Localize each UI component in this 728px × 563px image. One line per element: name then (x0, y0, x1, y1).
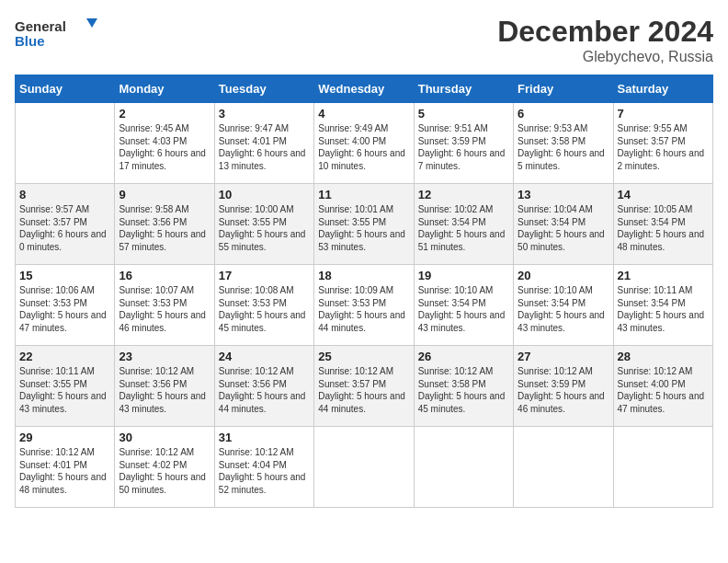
day-number: 18 (318, 269, 409, 282)
day-cell (314, 427, 414, 508)
day-number: 16 (119, 269, 210, 282)
sunrise-text: Sunrise: 9:47 AMSunset: 4:01 PMDaylight:… (219, 123, 306, 171)
day-cell: 6 Sunrise: 9:53 AMSunset: 3:58 PMDayligh… (514, 103, 613, 184)
title-block: December 2024 Glebychevo, Russia (497, 15, 713, 65)
day-cell: 16 Sunrise: 10:07 AMSunset: 3:53 PMDayli… (115, 265, 214, 346)
day-number: 30 (119, 431, 210, 444)
day-cell (613, 427, 712, 508)
svg-text:Blue: Blue (15, 33, 45, 49)
day-cell: 8 Sunrise: 9:57 AMSunset: 3:57 PMDayligh… (16, 184, 115, 265)
day-number: 23 (119, 350, 210, 363)
sunrise-text: Sunrise: 10:10 AMSunset: 3:54 PMDaylight… (418, 285, 506, 333)
day-number: 7 (618, 107, 709, 121)
day-number: 21 (618, 269, 709, 282)
day-cell: 31 Sunrise: 10:12 AMSunset: 4:04 PMDayli… (214, 427, 313, 508)
week-row-5: 29 Sunrise: 10:12 AMSunset: 4:01 PMDayli… (16, 427, 713, 508)
sunrise-text: Sunrise: 10:06 AMSunset: 3:53 PMDaylight… (19, 285, 107, 333)
sunrise-text: Sunrise: 10:12 AMSunset: 4:04 PMDaylight… (219, 447, 306, 495)
sunrise-text: Sunrise: 9:55 AMSunset: 3:57 PMDaylight:… (618, 123, 705, 171)
dow-header-saturday: Saturday (613, 75, 712, 103)
day-number: 4 (318, 107, 409, 121)
sunrise-text: Sunrise: 10:12 AMSunset: 3:57 PMDaylight… (318, 366, 405, 414)
day-cell: 9 Sunrise: 9:58 AMSunset: 3:56 PMDayligh… (115, 184, 214, 265)
sunrise-text: Sunrise: 10:10 AMSunset: 3:54 PMDaylight… (518, 285, 605, 333)
logo-svg: General Blue (15, 15, 97, 52)
day-cell: 10 Sunrise: 10:00 AMSunset: 3:55 PMDayli… (214, 184, 313, 265)
sunrise-text: Sunrise: 10:05 AMSunset: 3:54 PMDaylight… (618, 204, 705, 252)
day-number: 20 (518, 269, 609, 282)
sunrise-text: Sunrise: 10:12 AMSunset: 3:59 PMDaylight… (518, 366, 605, 414)
day-cell: 11 Sunrise: 10:01 AMSunset: 3:55 PMDayli… (314, 184, 414, 265)
day-number: 13 (518, 188, 609, 201)
day-cell (16, 103, 115, 184)
day-cell: 4 Sunrise: 9:49 AMSunset: 4:00 PMDayligh… (314, 103, 414, 184)
day-number: 10 (219, 188, 310, 201)
week-row-2: 8 Sunrise: 9:57 AMSunset: 3:57 PMDayligh… (16, 184, 713, 265)
dow-header-wednesday: Wednesday (314, 75, 414, 103)
day-cell: 22 Sunrise: 10:11 AMSunset: 3:55 PMDayli… (16, 346, 115, 427)
week-row-4: 22 Sunrise: 10:11 AMSunset: 3:55 PMDayli… (16, 346, 713, 427)
day-number: 15 (19, 269, 110, 282)
sunrise-text: Sunrise: 10:11 AMSunset: 3:54 PMDaylight… (618, 285, 705, 333)
dow-header-thursday: Thursday (414, 75, 513, 103)
day-cell: 23 Sunrise: 10:12 AMSunset: 3:56 PMDayli… (115, 346, 214, 427)
day-cell: 15 Sunrise: 10:06 AMSunset: 3:53 PMDayli… (16, 265, 115, 346)
week-row-3: 15 Sunrise: 10:06 AMSunset: 3:53 PMDayli… (16, 265, 713, 346)
day-number: 24 (219, 350, 310, 363)
week-row-1: 2 Sunrise: 9:45 AMSunset: 4:03 PMDayligh… (16, 103, 713, 184)
day-number: 14 (618, 188, 709, 201)
header: General Blue December 2024 Glebychevo, R… (15, 15, 713, 65)
day-number: 11 (318, 188, 409, 201)
day-number: 19 (418, 269, 509, 282)
day-cell: 21 Sunrise: 10:11 AMSunset: 3:54 PMDayli… (613, 265, 712, 346)
page-container: General Blue December 2024 Glebychevo, R… (15, 15, 713, 508)
dow-header-sunday: Sunday (16, 75, 115, 103)
sunrise-text: Sunrise: 9:58 AMSunset: 3:56 PMDaylight:… (119, 204, 206, 252)
day-cell: 18 Sunrise: 10:09 AMSunset: 3:53 PMDayli… (314, 265, 414, 346)
day-number: 9 (119, 188, 210, 201)
sunrise-text: Sunrise: 9:57 AMSunset: 3:57 PMDaylight:… (19, 204, 107, 252)
day-cell: 2 Sunrise: 9:45 AMSunset: 4:03 PMDayligh… (115, 103, 214, 184)
calendar-table: SundayMondayTuesdayWednesdayThursdayFrid… (15, 75, 713, 508)
day-cell: 20 Sunrise: 10:10 AMSunset: 3:54 PMDayli… (514, 265, 613, 346)
day-number: 3 (219, 107, 310, 121)
sunrise-text: Sunrise: 9:51 AMSunset: 3:59 PMDaylight:… (418, 123, 506, 171)
sunrise-text: Sunrise: 10:07 AMSunset: 3:53 PMDaylight… (119, 285, 206, 333)
header-row: SundayMondayTuesdayWednesdayThursdayFrid… (16, 75, 713, 103)
svg-marker-1 (86, 18, 97, 28)
day-number: 31 (219, 431, 310, 444)
sunrise-text: Sunrise: 9:45 AMSunset: 4:03 PMDaylight:… (119, 123, 206, 171)
day-cell: 3 Sunrise: 9:47 AMSunset: 4:01 PMDayligh… (214, 103, 313, 184)
svg-text:General: General (15, 18, 66, 34)
sunrise-text: Sunrise: 10:12 AMSunset: 4:00 PMDaylight… (618, 366, 705, 414)
day-number: 29 (19, 431, 110, 444)
sunrise-text: Sunrise: 10:00 AMSunset: 3:55 PMDaylight… (219, 204, 306, 252)
day-cell: 29 Sunrise: 10:12 AMSunset: 4:01 PMDayli… (16, 427, 115, 508)
sunrise-text: Sunrise: 9:53 AMSunset: 3:58 PMDaylight:… (518, 123, 605, 171)
day-number: 6 (518, 107, 609, 121)
logo: General Blue (15, 15, 97, 52)
day-cell: 25 Sunrise: 10:12 AMSunset: 3:57 PMDayli… (314, 346, 414, 427)
day-number: 25 (318, 350, 409, 363)
day-cell (414, 427, 513, 508)
month-title: December 2024 (497, 15, 713, 49)
dow-header-tuesday: Tuesday (214, 75, 313, 103)
dow-header-monday: Monday (115, 75, 214, 103)
day-number: 17 (219, 269, 310, 282)
sunrise-text: Sunrise: 10:08 AMSunset: 3:53 PMDaylight… (219, 285, 306, 333)
day-cell: 30 Sunrise: 10:12 AMSunset: 4:02 PMDayli… (115, 427, 214, 508)
day-number: 12 (418, 188, 509, 201)
day-cell: 27 Sunrise: 10:12 AMSunset: 3:59 PMDayli… (514, 346, 613, 427)
day-cell: 14 Sunrise: 10:05 AMSunset: 3:54 PMDayli… (613, 184, 712, 265)
day-number: 28 (618, 350, 709, 363)
dow-header-friday: Friday (514, 75, 613, 103)
day-number: 8 (19, 188, 110, 201)
sunrise-text: Sunrise: 10:01 AMSunset: 3:55 PMDaylight… (318, 204, 405, 252)
day-number: 2 (119, 107, 210, 121)
sunrise-text: Sunrise: 10:04 AMSunset: 3:54 PMDaylight… (518, 204, 605, 252)
location: Glebychevo, Russia (497, 49, 713, 65)
day-number: 5 (418, 107, 509, 121)
day-cell: 28 Sunrise: 10:12 AMSunset: 4:00 PMDayli… (613, 346, 712, 427)
sunrise-text: Sunrise: 10:12 AMSunset: 4:02 PMDaylight… (119, 447, 206, 495)
day-number: 26 (418, 350, 509, 363)
